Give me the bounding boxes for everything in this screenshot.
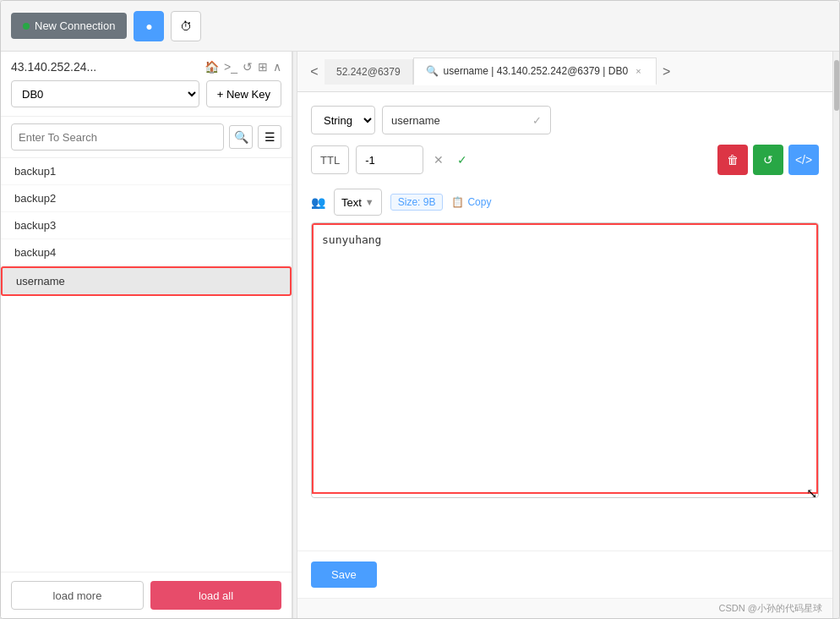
scrollbar[interactable] xyxy=(832,52,839,618)
key-name-text: username xyxy=(391,114,440,127)
new-key-button[interactable]: + New Key xyxy=(206,80,281,107)
connection-status-dot xyxy=(23,23,30,30)
ttl-confirm-button[interactable]: ✓ xyxy=(454,153,471,167)
watermark: CSDN @小孙的代码星球 xyxy=(297,598,832,618)
tab-username-label: username | 43.140.252.242@6379 | DB0 xyxy=(444,65,629,77)
value-textarea[interactable]: sunyuhang xyxy=(312,223,818,494)
sidebar-header: 43.140.252.24... 🏠 >_ ↺ ⊞ ∧ DB0 + New Ke… xyxy=(1,52,292,117)
value-editor: String username ✓ TTL ✕ ✓ � xyxy=(297,92,832,551)
key-name-display: username ✓ xyxy=(382,106,551,134)
refresh-value-button[interactable]: ↺ xyxy=(753,145,783,175)
scroll-thumb[interactable] xyxy=(834,60,839,111)
db-select[interactable]: DB0 xyxy=(11,80,199,107)
tab-next-button[interactable]: > xyxy=(657,62,677,82)
ttl-row: TTL ✕ ✓ 🗑 ↺ </> xyxy=(311,145,819,175)
search-button[interactable]: 🔍 xyxy=(229,125,253,149)
server-action-icons: 🏠 >_ ↺ ⊞ ∧ xyxy=(205,60,281,74)
right-panel: < 52.242@6379 🔍 username | 43.140.252.24… xyxy=(297,52,832,618)
new-connection-button[interactable]: New Connection xyxy=(11,13,127,39)
refresh-icon[interactable]: ↺ xyxy=(243,60,253,74)
search-row: 🔍 ☰ xyxy=(1,117,292,158)
delete-button[interactable]: 🗑 xyxy=(717,145,748,175)
load-buttons-row: load more load all xyxy=(1,572,292,618)
search-input[interactable] xyxy=(11,123,224,151)
tab-connection-label: 52.242@6379 xyxy=(336,66,401,78)
ttl-clear-button[interactable]: ✕ xyxy=(430,153,447,167)
tab-prev-button[interactable]: < xyxy=(304,62,325,82)
server-name-text: 43.140.252.24... xyxy=(11,60,96,74)
list-item[interactable]: backup2 xyxy=(1,185,292,212)
key-list: backup1 backup2 backup3 backup4 username xyxy=(1,158,292,572)
server-name-row: 43.140.252.24... 🏠 >_ ↺ ⊞ ∧ xyxy=(11,60,281,74)
save-row: Save xyxy=(297,551,832,598)
grid-icon[interactable]: ⊞ xyxy=(258,60,268,74)
code-button[interactable]: </> xyxy=(788,145,819,175)
history-button[interactable]: ⏱ xyxy=(171,11,201,41)
text-toolbar: 👥 Text ▼ Size: 9B 📋 Copy xyxy=(311,189,819,216)
list-view-button[interactable]: ● xyxy=(134,11,164,41)
list-item[interactable]: backup1 xyxy=(1,158,292,185)
copy-icon: 📋 xyxy=(451,196,464,208)
list-item-username[interactable]: username xyxy=(1,266,292,296)
ttl-input[interactable] xyxy=(356,145,423,174)
text-type-select[interactable]: Text ▼ xyxy=(334,189,382,216)
load-all-button[interactable]: load all xyxy=(150,581,281,610)
list-item[interactable]: backup4 xyxy=(1,239,292,266)
save-button[interactable]: Save xyxy=(311,561,377,588)
type-key-row: String username ✓ xyxy=(311,106,819,134)
size-badge: Size: 9B xyxy=(390,194,444,211)
filter-button[interactable]: ☰ xyxy=(258,125,281,149)
tab-close-button[interactable]: × xyxy=(633,65,643,77)
top-bar: New Connection ● ⏱ xyxy=(1,1,839,52)
sidebar: 43.140.252.24... 🏠 >_ ↺ ⊞ ∧ DB0 + New Ke… xyxy=(1,52,292,618)
type-select[interactable]: String xyxy=(311,106,375,134)
tab-search-icon: 🔍 xyxy=(426,65,439,77)
new-connection-label: New Connection xyxy=(35,19,115,32)
tab-connection[interactable]: 52.242@6379 xyxy=(325,59,413,85)
text-area-wrapper: sunyuhang ⤡ xyxy=(311,222,819,498)
collapse-icon[interactable]: ∧ xyxy=(273,60,281,74)
tab-bar: < 52.242@6379 🔍 username | 43.140.252.24… xyxy=(297,52,832,92)
main-content: 43.140.252.24... 🏠 >_ ↺ ⊞ ∧ DB0 + New Ke… xyxy=(1,52,839,618)
copy-button[interactable]: 📋 Copy xyxy=(451,196,491,208)
tab-username[interactable]: 🔍 username | 43.140.252.242@6379 | DB0 × xyxy=(413,58,657,85)
db-selector-row: DB0 + New Key xyxy=(11,80,281,107)
chevron-down-icon: ▼ xyxy=(365,197,374,207)
key-name-checkmark: ✓ xyxy=(532,114,542,127)
action-buttons: 🗑 ↺ </> xyxy=(717,145,819,175)
load-more-button[interactable]: load more xyxy=(11,581,144,610)
list-item[interactable]: backup3 xyxy=(1,212,292,239)
group-icon: 👥 xyxy=(311,195,325,209)
resize-handle-icon[interactable]: ⤡ xyxy=(806,485,816,496)
home-icon[interactable]: 🏠 xyxy=(205,60,219,74)
ttl-label: TTL xyxy=(311,145,349,174)
terminal-icon[interactable]: >_ xyxy=(224,60,237,74)
